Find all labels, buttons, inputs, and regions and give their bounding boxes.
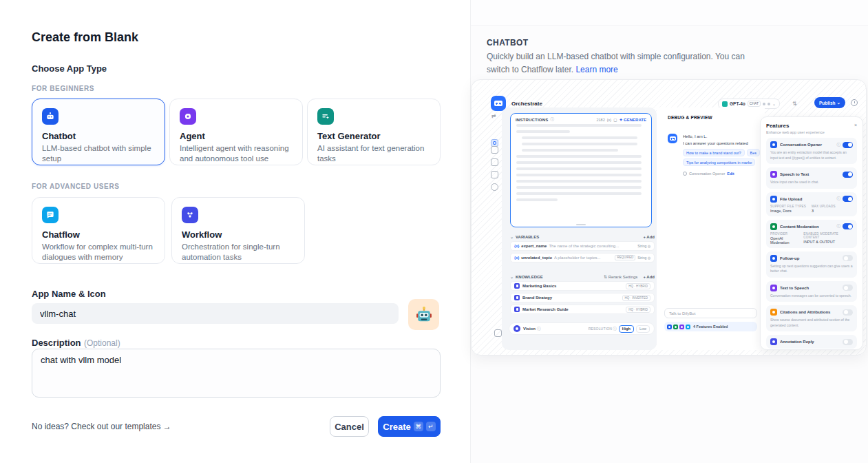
app-type-card-chatflow[interactable]: Chatflow Workflow for complex multi-turn…	[32, 197, 165, 264]
generate-button: ✦ GENERATE	[619, 117, 646, 122]
card-desc: Orchestration for single-turn automation…	[182, 242, 295, 263]
app-name-input[interactable]	[32, 303, 399, 324]
for-beginners-label: FOR BEGINNERS	[32, 85, 441, 92]
info-icon: ⓘ	[837, 196, 841, 201]
cmd-key-icon: ⌘	[414, 422, 423, 431]
card-title: Workflow	[182, 229, 295, 240]
app-type-card-agent[interactable]: Agent Intelligent agent with reasoning a…	[169, 99, 303, 165]
description-optional-label: (Optional)	[84, 338, 120, 348]
app-name-row	[32, 303, 441, 334]
info-icon: ⓘ	[837, 224, 841, 229]
suggestion-chip: How to make a brand stand out?	[683, 149, 745, 156]
description-label: Description	[32, 338, 81, 348]
feature-desc: Setting up next questions suggestion can…	[770, 264, 853, 274]
app-icon-picker[interactable]	[408, 299, 439, 330]
instructions-title: INSTRUCTIONS	[516, 118, 548, 122]
rerank-icon: ⇅	[604, 275, 607, 279]
chatflow-icon	[42, 207, 59, 223]
top-divider-strip	[471, 0, 868, 26]
create-button-label: Create	[383, 422, 410, 432]
info-icon: ⓘ	[550, 117, 554, 122]
app-type-card-workflow[interactable]: Workflow Orchestration for single-turn a…	[171, 197, 305, 264]
create-button[interactable]: Create ⌘ ↵	[378, 416, 441, 437]
file-upload-icon	[770, 196, 777, 203]
feature-mini-icon	[679, 325, 684, 329]
variable-desc: A placeholder for topics...	[554, 256, 613, 260]
vision-icon	[514, 325, 520, 332]
choose-app-type-label: Choose App Type	[32, 63, 441, 74]
card-title: Agent	[180, 131, 293, 141]
feature-item-citations: Citations and Attributions Show source d…	[766, 305, 857, 331]
app-type-card-text-generator[interactable]: Text Generator AI assistant for text gen…	[307, 99, 441, 165]
feature-toggle	[843, 285, 853, 291]
variable-name: expert_name	[521, 244, 547, 248]
rail-note-icon	[491, 171, 498, 178]
meta-key: ENABLED MODERATE CONTENT	[803, 232, 847, 239]
feature-toggle	[843, 255, 853, 261]
vision-label: Vision	[523, 327, 536, 331]
required-badge: REQUIRED	[615, 255, 635, 260]
feature-item-annotation-reply: Annotation Reply	[766, 335, 857, 349]
type-settings-icon: ◎	[648, 256, 650, 260]
create-app-modal: Create from Blank Choose App Type FOR BE…	[0, 0, 470, 463]
feature-toggle	[843, 196, 853, 202]
features-subtitle: Enhance web app user experience	[766, 130, 857, 134]
features-enabled-bar: 4 Features Enabled	[664, 322, 757, 331]
instructions-skeleton	[511, 124, 651, 201]
features-enabled-label: 4 Features Enabled	[693, 325, 728, 329]
chatbot-description: Quickly build an LLM-based chatbot with …	[487, 50, 768, 76]
card-title: Text Generator	[317, 131, 430, 141]
model-settings-icon: ⇅	[792, 101, 797, 107]
knowledge-doc-icon	[514, 283, 520, 289]
description-row: chat with vllm model	[32, 349, 441, 398]
content-moderation-icon	[770, 223, 777, 230]
greeting-line: I can answer your questions related	[683, 141, 763, 147]
page-title: Create from Blank	[32, 30, 441, 45]
rail-document-icon	[491, 158, 498, 166]
generate-label: GENERATE	[624, 118, 646, 122]
feature-name: Conversation Opener	[780, 143, 837, 147]
knowledge-name: Brand Strategy	[522, 296, 622, 300]
citations-icon	[770, 309, 777, 316]
conversation-opener-icon	[683, 172, 687, 176]
variable-braces-icon: {x}	[607, 118, 611, 122]
features-panel: Features × Enhance web app user experien…	[760, 116, 863, 350]
chatbot-icon	[42, 108, 59, 125]
resolution-high-chip: High	[619, 325, 634, 333]
chevron-down-icon: ⌄	[836, 100, 840, 105]
text-to-speech-icon	[770, 285, 777, 291]
cancel-button-label: Cancel	[335, 422, 364, 432]
feature-name: Annotation Reply	[780, 340, 840, 344]
templates-link[interactable]: No ideas? Check out our templates →	[32, 422, 171, 431]
add-variable-button: + Add	[643, 235, 655, 239]
card-title: Chatbot	[42, 131, 155, 141]
feature-toggle	[843, 142, 853, 148]
greeting-line: Hello, I am L.	[683, 134, 763, 141]
suggestion-chip: Bes	[747, 149, 760, 156]
model-provider-icon	[722, 101, 728, 107]
instructions-panel: INSTRUCTIONS ⓘ 2182 {x} ▢ ✦ GENERATE	[510, 113, 652, 227]
for-advanced-users-label: FOR ADVANCED USERS	[32, 183, 441, 190]
app-name-label: App Name & Icon	[32, 289, 441, 299]
chatbot-preview-image: Orchestrate GPT-4o CHAT ⌄ ⇅ Publish ⌄ ⇄ …	[471, 79, 867, 356]
rail-collapse-icon	[494, 329, 502, 337]
meta-key: MAX UPLOADS	[812, 205, 836, 208]
learn-more-link[interactable]: Learn more	[575, 65, 617, 74]
beginner-cards-row: Chatbot LLM-based chatbot with simple se…	[32, 99, 441, 165]
variable-icon: {x}	[514, 244, 519, 248]
knowledge-tag: HQ · HYBRID	[626, 283, 650, 289]
rerank-settings-button: ⇅ Rerank Settings	[604, 274, 637, 279]
speech-to-text-icon	[770, 171, 777, 178]
knowledge-row: Marketing Basics HQ · HYBRID	[510, 281, 655, 291]
cancel-button[interactable]: Cancel	[330, 416, 369, 437]
model-mini-icon	[768, 103, 770, 105]
feature-item-conversation-opener: Conversation Opener ⓘ You are an entity …	[766, 138, 857, 164]
description-textarea[interactable]: chat with vllm model	[32, 349, 441, 398]
app-type-card-chatbot[interactable]: Chatbot LLM-based chatbot with simple se…	[32, 99, 165, 165]
card-desc: Workflow for complex multi-turn dialogue…	[42, 242, 155, 263]
conversation-opener-label: Conversation Opener	[689, 172, 725, 176]
suggestion-chip: Tips for analyzing competitors in marke	[683, 158, 755, 166]
feature-item-text-to-speech: Text to Speech Conversation messages can…	[766, 281, 857, 302]
history-clock-icon	[851, 99, 858, 106]
feature-name: Content Moderation	[780, 225, 837, 229]
